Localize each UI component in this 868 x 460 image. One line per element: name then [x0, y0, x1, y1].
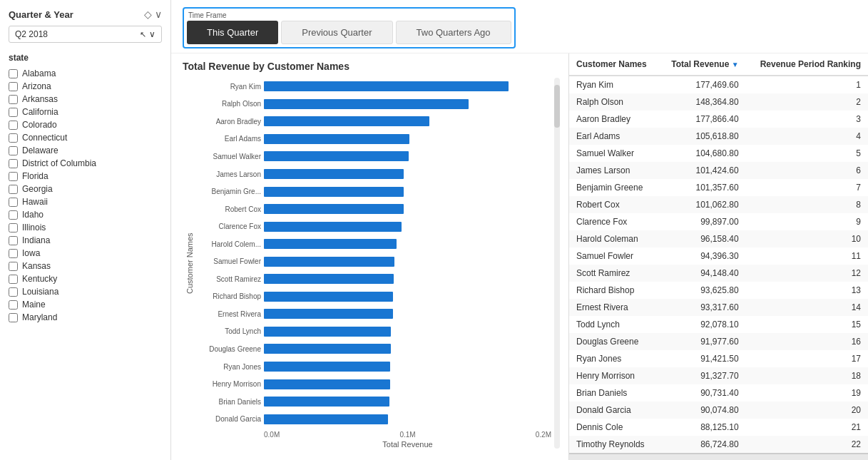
state-checkbox[interactable] [9, 95, 18, 104]
state-checkbox[interactable] [9, 275, 18, 284]
revenue-ranking: 1 [746, 76, 868, 93]
bar-track [264, 379, 546, 389]
state-checkbox[interactable] [9, 300, 18, 310]
bar-track [264, 362, 546, 372]
revenue-ranking: 17 [746, 350, 868, 367]
quarter-dropdown[interactable]: Q2 2018 ↖ ∨ [9, 26, 162, 43]
state-checkbox[interactable] [9, 121, 18, 130]
customer-name: Harold Coleman [569, 230, 659, 247]
tf-btn-two-quarters-ago[interactable]: Two Quarters Ago [396, 21, 511, 44]
revenue-ranking: 18 [746, 367, 868, 384]
filter-icon-group: ◇ ∨ [144, 9, 162, 20]
filter-title: Quarter & Year [9, 9, 73, 20]
table-row: Robert Cox 101,062.80 8 [569, 196, 868, 213]
bar-label: Ralph Olson [197, 100, 261, 108]
total-revenue: 94,148.40 [659, 265, 746, 282]
revenue-ranking: 12 [746, 265, 868, 282]
bar-row: Benjamin Gre... [197, 185, 546, 198]
customer-name: Henry Morrison [569, 367, 659, 384]
table-row: Samuel Fowler 94,396.30 11 [569, 247, 868, 265]
bar-track [264, 169, 546, 179]
customer-name: James Larson [569, 162, 659, 179]
bar-row: Henry Morrison [197, 378, 546, 391]
bar-track [264, 116, 546, 126]
state-checkbox[interactable] [9, 313, 18, 322]
state-name: Hawaii [22, 197, 48, 207]
chart-x-label: Total Revenue [197, 440, 551, 449]
bar-fill [264, 116, 429, 126]
state-checkbox[interactable] [9, 287, 18, 297]
bar-label: Donald Garcia [197, 415, 261, 423]
bar-track [264, 414, 546, 424]
bar-fill [264, 379, 390, 389]
clear-filter-icon[interactable]: ◇ [144, 9, 152, 20]
dropdown-toggle-icon[interactable]: ∨ [155, 9, 162, 20]
state-checkbox[interactable] [9, 236, 18, 245]
quarter-value: Q2 2018 [15, 29, 48, 39]
state-name: Kansas [22, 261, 51, 271]
state-checkbox[interactable] [9, 133, 18, 143]
table-row: Clarence Fox 99,897.00 9 [569, 213, 868, 230]
table-col-header-name[interactable]: Customer Names [569, 53, 659, 76]
total-revenue: 148,364.80 [659, 93, 746, 111]
bar-row: Scott Ramirez [197, 272, 546, 285]
bar-label: James Larson [197, 170, 261, 178]
state-item: Louisiana [9, 287, 162, 297]
bar-track [264, 187, 546, 197]
table-row: Harold Coleman 96,158.40 10 [569, 230, 868, 247]
bar-fill [264, 81, 509, 91]
revenue-ranking: 20 [746, 402, 868, 419]
bar-chart: Ryan Kim Ralph Olson Aaron Bradley Earl … [197, 78, 551, 428]
bar-fill [264, 414, 388, 424]
bar-fill [264, 151, 409, 161]
state-name: Arkansas [22, 94, 58, 104]
revenue-ranking: 22 [746, 436, 868, 454]
state-name: Alabama [22, 68, 56, 78]
tf-btn-previous-quarter[interactable]: Previous Quarter [281, 21, 392, 44]
customer-name: Clarence Fox [569, 213, 659, 230]
table-col-header-revenue[interactable]: Total Revenue ▼ [659, 53, 746, 76]
state-checkbox[interactable] [9, 69, 18, 78]
state-checkbox[interactable] [9, 172, 18, 181]
bar-label: Ernest Rivera [197, 310, 261, 318]
tf-btn-this-quarter[interactable]: This Quarter [187, 21, 278, 44]
chart-area: Total Revenue by Customer Names Customer… [171, 53, 568, 460]
bar-fill [264, 397, 389, 407]
state-name: Arizona [22, 81, 51, 91]
table-row: Ryan Kim 177,469.60 1 [569, 76, 868, 93]
bar-track [264, 292, 546, 302]
state-name: Florida [22, 171, 48, 181]
bar-track [264, 344, 546, 354]
table-row: Brian Daniels 90,731.40 19 [569, 384, 868, 402]
chart-wrapper: Customer Names Ryan Kim Ralph Olson Aaro… [183, 78, 563, 449]
state-checkbox[interactable] [9, 82, 18, 91]
table-row: Benjamin Greene 101,357.60 7 [569, 179, 868, 196]
scroll-indicator[interactable] [554, 78, 560, 449]
state-checkbox[interactable] [9, 262, 18, 271]
state-name: Louisiana [22, 287, 58, 297]
table-row: Earl Adams 105,618.80 4 [569, 128, 868, 145]
bar-row: Richard Bishop [197, 290, 546, 303]
customer-name: Benjamin Greene [569, 179, 659, 196]
state-name: Connecticut [22, 133, 67, 143]
total-revenue: 92,078.10 [659, 316, 746, 333]
state-checkbox[interactable] [9, 198, 18, 207]
bar-label: Richard Bishop [197, 292, 261, 300]
state-checkbox[interactable] [9, 159, 18, 168]
state-checkbox[interactable] [9, 146, 18, 155]
state-list: AlabamaArizonaArkansasCaliforniaColorado… [9, 68, 162, 322]
state-item: Illinois [9, 223, 162, 232]
total-revenue: 88,125.10 [659, 419, 746, 436]
table-col-header-ranking[interactable]: Revenue Period Ranking [746, 53, 868, 76]
customer-name: Ralph Olson [569, 93, 659, 111]
state-checkbox[interactable] [9, 249, 18, 258]
bar-label: Earl Adams [197, 135, 261, 143]
state-checkbox[interactable] [9, 210, 18, 220]
customer-name: Dennis Cole [569, 419, 659, 436]
state-checkbox[interactable] [9, 108, 18, 117]
state-item: Alabama [9, 68, 162, 78]
state-checkbox[interactable] [9, 223, 18, 232]
bar-row: Ryan Kim [197, 80, 546, 93]
state-checkbox[interactable] [9, 185, 18, 194]
bar-row: Harold Colem... [197, 237, 546, 250]
